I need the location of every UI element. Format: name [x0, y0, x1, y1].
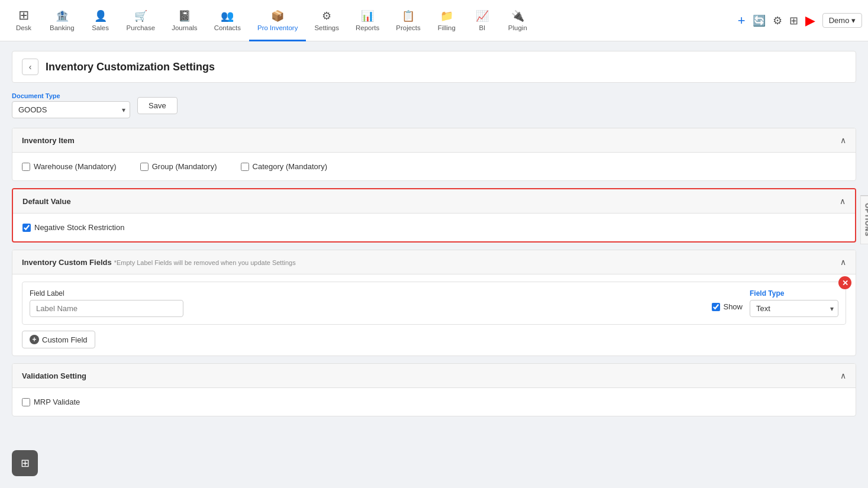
show-label: Show: [723, 302, 743, 311]
field-label-inner: Field Label: [30, 289, 702, 298]
nav-label-settings: Settings: [314, 24, 339, 31]
pro-inventory-icon: [271, 8, 284, 23]
category-label: Category (Mandatory): [253, 162, 327, 171]
custom-fields-main-title: Inventory Custom Fields: [22, 258, 112, 267]
inventory-custom-fields-section: Inventory Custom Fields*Empty Label Fiel…: [12, 250, 856, 356]
gear-icon[interactable]: ⚙: [773, 14, 782, 27]
options-tab[interactable]: OPTIONS: [860, 195, 868, 244]
nav-item-pro-inventory[interactable]: Pro Inventory: [249, 0, 306, 41]
inventory-item-title: Inventory Item: [22, 136, 75, 145]
bottom-grid-button[interactable]: ⊞: [12, 450, 38, 476]
nav-item-reports[interactable]: Reports: [347, 0, 388, 41]
negative-stock-checkbox-item[interactable]: Negative Stock Restriction: [22, 223, 846, 232]
group-label: Group (Mandatory): [152, 162, 217, 171]
warehouse-checkbox[interactable]: [22, 163, 30, 171]
document-type-select-wrapper: GOODS SERVICE OTHER ▾: [12, 101, 130, 118]
reports-icon: [361, 8, 374, 23]
nav-label-banking: Banking: [50, 24, 75, 31]
validation-setting-chevron-icon: ∧: [840, 371, 846, 380]
group-checkbox-item[interactable]: Group (Mandatory): [140, 162, 217, 171]
nav-item-projects[interactable]: Projects: [388, 0, 429, 41]
document-type-group: Document Type GOODS SERVICE OTHER ▾: [12, 92, 130, 118]
mrp-validate-checkbox[interactable]: [22, 398, 30, 406]
nav-item-settings[interactable]: Settings: [306, 0, 347, 41]
category-checkbox-item[interactable]: Category (Mandatory): [241, 162, 327, 171]
demo-button[interactable]: Demo ▾: [822, 13, 862, 28]
inventory-item-header[interactable]: Inventory Item ∧: [12, 128, 856, 153]
refresh-icon[interactable]: 🔄: [753, 14, 766, 27]
nav-item-banking[interactable]: Banking: [41, 0, 83, 41]
custom-fields-chevron-icon: ∧: [840, 257, 846, 267]
back-button[interactable]: ‹: [22, 59, 38, 75]
mrp-validate-checkbox-item[interactable]: MRP Validate: [22, 397, 846, 406]
add-button[interactable]: +: [738, 13, 746, 28]
bi-icon: [476, 8, 489, 23]
default-value-chevron-icon: ∧: [840, 196, 846, 206]
form-row: Document Type GOODS SERVICE OTHER ▾ Save: [12, 92, 856, 118]
nav-item-contacts[interactable]: Contacts: [206, 0, 249, 41]
nav-item-sales[interactable]: Sales: [83, 0, 118, 41]
field-label-group: Field Label: [30, 289, 702, 317]
nav-item-purchase[interactable]: Purchase: [118, 0, 164, 41]
youtube-icon[interactable]: ▶: [805, 13, 815, 28]
nav-label-journals: Journals: [172, 24, 197, 31]
top-navigation: Desk Banking Sales Purchase Journals Con…: [0, 0, 868, 41]
category-checkbox[interactable]: [241, 163, 249, 171]
projects-icon: [402, 8, 415, 23]
add-custom-field-label: Custom Field: [42, 335, 88, 344]
validation-body: MRP Validate: [12, 388, 856, 416]
mrp-validate-label: MRP Validate: [34, 397, 80, 406]
settings-icon: [322, 8, 331, 23]
nav-label-projects: Projects: [396, 24, 421, 31]
delete-field-button[interactable]: ✕: [838, 276, 851, 289]
show-checkbox[interactable]: [712, 303, 720, 311]
nav-item-desk[interactable]: Desk: [6, 0, 41, 41]
warehouse-checkbox-item[interactable]: Warehouse (Mandatory): [22, 162, 117, 171]
nav-right-area: + 🔄 ⚙ ⊞ ▶ Demo ▾: [738, 13, 862, 28]
banking-icon: [56, 8, 69, 23]
default-value-section: Default Value ∧ Negative Stock Restricti…: [12, 188, 856, 243]
plus-circle-icon: +: [30, 335, 39, 344]
plugin-icon: [511, 8, 524, 23]
grid-icon[interactable]: ⊞: [789, 14, 798, 27]
show-checkbox-group: Show: [712, 302, 743, 311]
document-type-select[interactable]: GOODS SERVICE OTHER: [12, 101, 130, 118]
custom-fields-container: Field Label Show Field Type Text Number …: [12, 274, 856, 356]
default-value-header[interactable]: Default Value ∧: [13, 189, 855, 214]
validation-setting-header[interactable]: Validation Setting ∧: [12, 364, 856, 388]
field-type-group: Field Type Text Number Date Dropdown ▾: [750, 289, 838, 317]
nav-label-desk: Desk: [16, 24, 31, 31]
field-type-select[interactable]: Text Number Date Dropdown: [750, 300, 838, 317]
default-value-title: Default Value: [22, 197, 71, 206]
document-type-label: Document Type: [12, 92, 130, 99]
inventory-custom-fields-title: Inventory Custom Fields*Empty Label Fiel…: [22, 258, 296, 267]
validation-setting-title: Validation Setting: [22, 371, 86, 380]
nav-item-bi[interactable]: BI: [464, 0, 500, 41]
page-title: Inventory Customization Settings: [46, 61, 215, 73]
custom-field-row: Field Label Show Field Type Text Number …: [22, 282, 846, 325]
nav-label-bi: BI: [479, 24, 485, 31]
purchase-icon: [134, 8, 147, 23]
inventory-custom-fields-header[interactable]: Inventory Custom Fields*Empty Label Fiel…: [12, 250, 856, 274]
nav-item-journals[interactable]: Journals: [163, 0, 205, 41]
desk-icon: [18, 8, 29, 23]
label-name-input[interactable]: [30, 300, 183, 317]
group-checkbox[interactable]: [140, 163, 149, 171]
nav-label-filling: Filling: [438, 24, 456, 31]
add-custom-field-button[interactable]: + Custom Field: [22, 331, 95, 348]
inventory-item-section: Inventory Item ∧ Warehouse (Mandatory) G…: [12, 128, 856, 181]
nav-label-plugin: Plugin: [508, 24, 527, 31]
sales-icon: [94, 8, 107, 23]
nav-item-filling[interactable]: Filling: [429, 0, 464, 41]
save-button[interactable]: Save: [137, 97, 178, 114]
type-select-wrapper: Text Number Date Dropdown ▾: [750, 300, 838, 317]
filling-icon: [440, 8, 453, 23]
nav-item-plugin[interactable]: Plugin: [500, 0, 535, 41]
nav-label-reports: Reports: [356, 24, 379, 31]
nav-label-pro-inventory: Pro Inventory: [257, 24, 298, 31]
field-type-label: Field Type: [750, 289, 838, 298]
bottom-grid-icon: ⊞: [21, 457, 30, 470]
contacts-icon: [221, 8, 234, 23]
nav-label-purchase: Purchase: [127, 24, 156, 31]
negative-stock-checkbox[interactable]: [22, 224, 31, 232]
